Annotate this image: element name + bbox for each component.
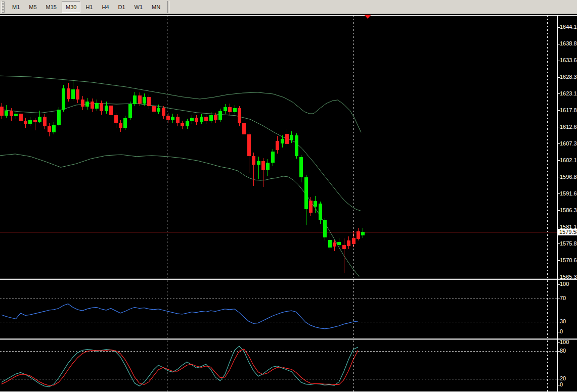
candle-body <box>304 177 308 209</box>
candle-body <box>147 97 151 106</box>
candle-body <box>138 95 142 104</box>
timeframe-button-m5[interactable]: M5 <box>25 1 40 13</box>
rsi-line <box>2 304 358 328</box>
candle-body <box>238 108 241 123</box>
candle-body <box>62 88 65 110</box>
candle-body <box>76 89 79 100</box>
chart-plot[interactable] <box>0 0 577 392</box>
timeframe-toolbar: M1M5M15M30H1H4D1W1MN <box>0 0 577 14</box>
candle-body <box>266 163 270 169</box>
candle-body <box>314 201 317 207</box>
timeframe-button-d1[interactable]: D1 <box>114 1 129 13</box>
candle-body <box>81 100 84 107</box>
candle-body <box>337 242 341 245</box>
candle-body <box>19 114 23 121</box>
toolbar-separator <box>167 1 169 13</box>
candle-body <box>328 240 332 248</box>
candle-body <box>119 123 122 128</box>
candle-body <box>95 103 99 109</box>
candle-body <box>162 108 165 116</box>
candle-body <box>224 107 227 111</box>
stoch-k-line <box>2 346 358 387</box>
candle-body <box>281 139 284 143</box>
toolbar-grip-handle[interactable] <box>2 2 5 13</box>
candle-body <box>209 115 213 122</box>
terminal-window: M1M5M15M30H1H4D1W1MN 1579.58 1644.101638… <box>0 0 577 392</box>
candle-body <box>190 118 194 122</box>
candle-body <box>204 117 208 121</box>
candle-body <box>276 141 279 150</box>
candle-body <box>242 123 246 134</box>
timeframe-button-h1[interactable]: H1 <box>81 1 97 13</box>
candle-body <box>195 118 198 122</box>
candle-body <box>271 152 275 163</box>
timeframe-button-m15[interactable]: M15 <box>42 1 61 13</box>
timeframe-button-w1[interactable]: W1 <box>130 1 147 13</box>
candle-body <box>257 161 260 165</box>
candle-body <box>14 114 18 116</box>
candle-body <box>333 242 336 247</box>
candle-body <box>100 103 103 111</box>
candle-body <box>152 106 156 112</box>
candle-body <box>218 111 222 120</box>
sell-arrow-icon <box>364 15 371 19</box>
candle-body <box>233 108 237 112</box>
candle-body <box>71 89 75 100</box>
candle-body <box>176 117 180 123</box>
candle-body <box>109 106 113 116</box>
candle-body <box>247 134 251 156</box>
candle-body <box>309 201 313 213</box>
candle-body <box>143 97 146 104</box>
bollinger-lower-band <box>0 154 359 277</box>
candle-body <box>261 161 265 170</box>
candle-body <box>57 110 61 125</box>
candle-body <box>33 120 37 122</box>
timeframe-button-m1[interactable]: M1 <box>8 1 24 13</box>
candle-body <box>357 231 360 239</box>
timeframe-button-h4[interactable]: H4 <box>98 1 113 13</box>
candle-body <box>295 135 298 156</box>
candle-body <box>43 117 47 126</box>
candle-body <box>342 245 346 249</box>
candle-body <box>214 115 217 120</box>
candle-body <box>228 107 232 112</box>
candle-body <box>347 240 350 246</box>
candle-body <box>67 88 70 99</box>
timeframe-button-mn[interactable]: MN <box>148 1 164 13</box>
candle-body <box>105 106 108 111</box>
candle-body <box>200 117 203 122</box>
candle-body <box>290 135 293 140</box>
candle-body <box>319 204 322 220</box>
candle-body <box>352 238 356 243</box>
candle-body <box>0 107 4 116</box>
candle-body <box>38 117 41 122</box>
candle-body <box>48 126 51 132</box>
candle-body <box>157 108 160 112</box>
candle-body <box>166 116 170 120</box>
candle-body <box>186 121 189 126</box>
candle-body <box>10 111 13 116</box>
candle-body <box>52 125 56 132</box>
candle-body <box>24 121 27 124</box>
timeframe-button-m30[interactable]: M30 <box>62 1 80 13</box>
candle-body <box>181 123 184 126</box>
candle-body <box>171 117 174 120</box>
candle-body <box>123 118 127 128</box>
candle-body <box>133 95 137 105</box>
candle-body <box>128 104 132 118</box>
candle-body <box>299 157 303 177</box>
candle-body <box>85 102 89 107</box>
candle-body <box>28 120 32 124</box>
candle-body <box>252 156 255 165</box>
candle-body <box>361 232 365 235</box>
candle-body <box>5 111 8 116</box>
candle-body <box>323 220 327 238</box>
candle-body <box>114 115 118 123</box>
candle-body <box>91 102 94 109</box>
candle-body <box>285 134 289 144</box>
